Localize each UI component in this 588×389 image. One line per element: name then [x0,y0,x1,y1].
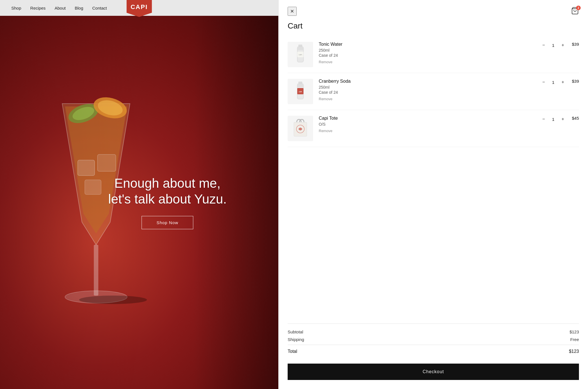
qty-value-tote: 1 [550,117,556,122]
cart-title: Cart [279,16,588,36]
cart-item-detail1: O/S [319,122,535,126]
subtotal-value: $123 [570,329,579,334]
cart-item-info-tonic: Tonic Water 250ml Case of 24 Remove [319,42,535,64]
shipping-label: Shipping [288,337,304,342]
qty-increase-tote[interactable]: + [559,116,566,123]
cart-item-price-tonic: $39 [572,42,579,47]
svg-rect-20 [297,84,303,87]
qty-decrease-tonic[interactable]: − [540,42,547,49]
subtotal-label: Subtotal [288,329,303,334]
cart-item-name: Cranberry Soda [319,79,535,84]
shop-now-button[interactable]: Shop Now [142,216,193,229]
cart-item-remove-cranberry[interactable]: Remove [319,97,535,101]
shipping-value: Free [570,337,579,342]
cart-item-remove-tote[interactable]: Remove [319,129,535,133]
cart-item-controls-tote: − 1 + [540,116,566,123]
svg-text:CAPI: CAPI [299,54,302,56]
navigation: Shop Recipes About Blog Contact CAPI [0,0,278,16]
nav-about[interactable]: About [55,6,66,10]
cart-item-detail2: Case of 24 [319,53,535,58]
nav-links: Shop Recipes About Blog Contact [11,6,107,10]
total-row: Total $123 [288,345,579,354]
svg-rect-15 [297,47,303,50]
cart-item-info-tote: Capi Tote O/S Remove [319,116,535,133]
nav-blog[interactable]: Blog [75,6,83,10]
cart-item: CAPI Tonic Water 250ml Case of 24 Remove… [288,36,579,73]
qty-value-tonic: 1 [550,43,556,48]
nav-shop[interactable]: Shop [11,6,21,10]
hero-section: Enough about me, let's talk about Yuzu. … [0,16,278,389]
site-area: Shop Recipes About Blog Contact CAPI [0,0,278,389]
cart-item-detail1: 250ml [319,85,535,89]
total-value: $123 [569,349,579,354]
site-logo[interactable]: CAPI [127,0,152,17]
qty-decrease-cranberry[interactable]: − [540,79,547,86]
cart-panel: × 2 Cart CAPI [278,0,588,389]
cart-item-image-tonic: CAPI [288,42,313,67]
cart-item-info-cranberry: Cranberry Soda 250ml Case of 24 Remove [319,79,535,101]
qty-decrease-tote[interactable]: − [540,116,547,123]
cart-header: × 2 [279,0,588,16]
cart-items-list: CAPI Tonic Water 250ml Case of 24 Remove… [279,36,588,324]
hero-content: Enough about me, let's talk about Yuzu. … [108,176,227,229]
cart-item-name: Capi Tote [319,116,535,121]
logo-box: CAPI [127,0,152,17]
cart-item-price-tote: $45 [572,116,579,121]
cart-item-name: Tonic Water [319,42,535,47]
cart-item-controls-cranberry: − 1 + [540,79,566,86]
cart-item-controls-tonic: − 1 + [540,42,566,49]
cart-badge: 2 [576,6,581,10]
checkout-button[interactable]: Checkout [288,364,579,380]
svg-text:CAPI: CAPI [299,91,302,93]
qty-increase-cranberry[interactable]: + [559,79,566,86]
cart-item-image-tote [288,116,313,141]
cart-item-remove-tonic[interactable]: Remove [319,60,535,64]
nav-contact[interactable]: Contact [92,6,107,10]
total-label: Total [288,349,297,354]
cart-item-price-cranberry: $39 [572,79,579,84]
cart-bag-icon[interactable]: 2 [571,7,579,16]
tote-svg [290,117,310,140]
nav-recipes[interactable]: Recipes [30,6,45,10]
subtotal-row: Subtotal $123 [288,329,579,334]
cart-item-image-cranberry: CAPI [288,79,313,104]
cart-item-detail1: 250ml [319,48,535,53]
cranberry-bottle-svg: CAPI [293,80,307,103]
cart-item: Capi Tote O/S Remove − 1 + $45 [288,110,579,147]
cart-footer: Subtotal $123 Shipping Free Total $123 C… [279,324,588,389]
tonic-bottle-svg: CAPI [293,43,307,66]
shipping-row: Shipping Free [288,337,579,342]
cart-item-detail2: Case of 24 [319,90,535,95]
hero-title: Enough about me, let's talk about Yuzu. [108,176,227,207]
qty-increase-tonic[interactable]: + [559,42,566,49]
cart-totals: Subtotal $123 Shipping Free Total $123 [288,324,579,354]
qty-value-cranberry: 1 [550,80,556,85]
cart-item: CAPI Cranberry Soda 250ml Case of 24 Rem… [288,73,579,110]
cart-close-button[interactable]: × [288,7,297,16]
